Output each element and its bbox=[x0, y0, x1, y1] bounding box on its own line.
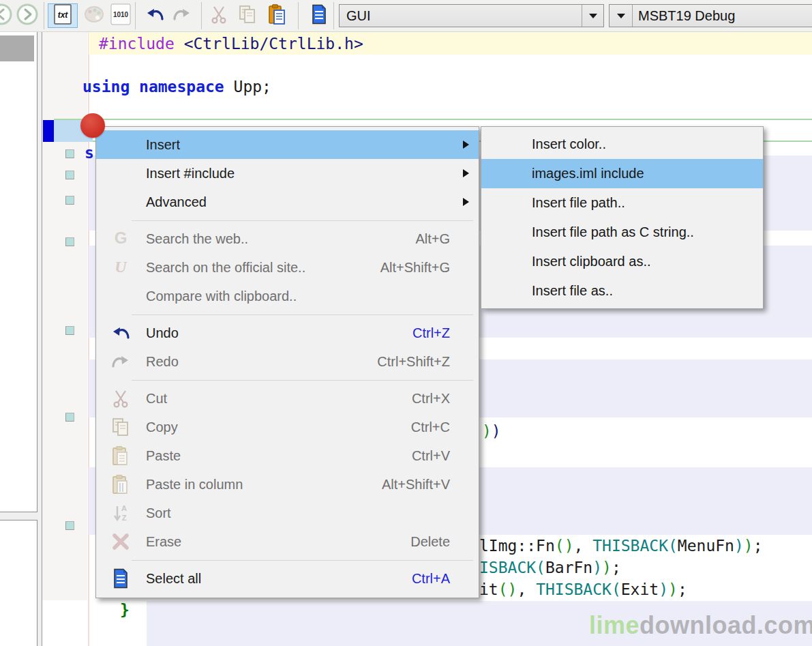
left-panel-splitter[interactable] bbox=[0, 512, 37, 520]
menu-item-label: Compare with clipboard.. bbox=[146, 289, 297, 304]
menu-item-label: Paste bbox=[146, 448, 181, 464]
menu-item-shortcut: Alt+Shift+G bbox=[380, 260, 450, 276]
submenu-arrow-icon bbox=[463, 198, 469, 206]
cursor-block bbox=[43, 120, 54, 142]
editor-gutter bbox=[42, 31, 87, 600]
google-icon: G bbox=[107, 230, 134, 248]
toolbar: txt1010 GUI MSBT19 Debug bbox=[0, 0, 812, 32]
gutter-marker-icon bbox=[65, 326, 74, 335]
context-menu: InsertInsert #includeAdvancedGSearch the… bbox=[95, 126, 479, 598]
svg-text:U: U bbox=[115, 259, 127, 276]
gutter-marker-icon bbox=[65, 521, 74, 530]
submenu-arrow-icon bbox=[463, 141, 469, 149]
chevron-down-icon bbox=[617, 14, 625, 18]
toolbar-separator bbox=[201, 2, 202, 29]
undo-icon bbox=[107, 325, 134, 341]
breakpoint-icon[interactable] bbox=[80, 113, 105, 138]
nav-forward-button bbox=[15, 3, 40, 28]
text-file-button[interactable]: txt bbox=[48, 3, 78, 28]
build-combo[interactable]: MSBT19 Debug bbox=[609, 4, 812, 27]
svg-text:A: A bbox=[121, 504, 127, 512]
chevron-down-icon bbox=[589, 14, 597, 18]
svg-text:1010: 1010 bbox=[113, 11, 129, 18]
submenu-item-images-iml-include[interactable]: images.iml include bbox=[481, 159, 763, 188]
copy-icon bbox=[238, 4, 257, 27]
submenu-item-insert-file-path-as-c-string[interactable]: Insert file path as C string.. bbox=[481, 218, 763, 247]
paste-icon bbox=[268, 4, 286, 27]
menu-item-shortcut: Ctrl+A bbox=[412, 571, 450, 587]
watermark: limedownload.com bbox=[589, 611, 812, 640]
binary-file-icon: 1010 bbox=[110, 3, 131, 28]
copy-icon bbox=[107, 417, 134, 437]
menu-item-shortcut: Ctrl+V bbox=[412, 448, 450, 464]
menu-item-label: Paste in column bbox=[146, 477, 243, 493]
submenu-item-insert-color[interactable]: Insert color.. bbox=[481, 130, 763, 159]
submenu-item-insert-clipboard-as[interactable]: Insert clipboard as.. bbox=[481, 247, 763, 276]
nav-forward-icon bbox=[16, 3, 39, 29]
menu-separator bbox=[132, 314, 473, 315]
package-combo-dropdown[interactable] bbox=[582, 5, 603, 27]
new-document-button[interactable] bbox=[307, 3, 331, 28]
svg-text:txt: txt bbox=[58, 10, 69, 20]
redo-icon bbox=[107, 353, 134, 370]
menu-item-label: Copy bbox=[146, 420, 178, 435]
code-line: using namespace Upp; bbox=[82, 78, 271, 96]
left-panel-selected-item[interactable] bbox=[0, 35, 34, 61]
menu-item-paste: PasteCtrl+V bbox=[96, 441, 479, 470]
watermark-suffix: download.com bbox=[640, 611, 812, 639]
package-combo[interactable]: GUI bbox=[339, 4, 604, 27]
nav-back-button bbox=[0, 3, 14, 28]
gutter-marker-icon bbox=[65, 149, 74, 158]
undo-icon bbox=[145, 6, 164, 25]
binary-file-button[interactable]: 1010 bbox=[108, 3, 134, 28]
gutter-marker-icon bbox=[65, 413, 74, 422]
menu-item-shortcut: Ctrl+Z bbox=[412, 325, 450, 341]
menu-item-label: Cut bbox=[146, 391, 167, 407]
selection-guide-line bbox=[54, 119, 812, 120]
toolbar-separator bbox=[298, 2, 299, 29]
menu-item-insert-include[interactable]: Insert #include bbox=[96, 159, 479, 188]
menu-item-label: Search on the official site.. bbox=[146, 260, 305, 276]
menu-item-label: Redo bbox=[146, 354, 179, 370]
menu-item-search-the-web: GSearch the web..Alt+G bbox=[96, 224, 479, 253]
code-line: )) bbox=[482, 422, 501, 440]
code-line: ISBACK(BarFn)); bbox=[479, 559, 621, 576]
menu-item-compare-with-clipboard: Compare with clipboard.. bbox=[96, 282, 479, 310]
paste-icon bbox=[107, 445, 134, 466]
menu-separator bbox=[132, 220, 473, 221]
submenu-item-insert-file-path[interactable]: Insert file path.. bbox=[481, 188, 763, 218]
menu-item-select-all[interactable]: Select allCtrl+A bbox=[96, 564, 479, 593]
menu-item-label: Insert bbox=[146, 137, 180, 153]
package-combo-value: GUI bbox=[340, 5, 582, 27]
toolbar-separator bbox=[44, 2, 44, 29]
toolbar-separator bbox=[333, 2, 334, 29]
svg-text:G: G bbox=[115, 230, 127, 247]
menu-item-label: Advanced bbox=[146, 194, 207, 210]
palette-button bbox=[82, 3, 106, 28]
paste-button[interactable] bbox=[263, 3, 290, 28]
menu-item-shortcut: Alt+Shift+V bbox=[382, 477, 450, 493]
menu-item-insert[interactable]: Insert bbox=[96, 130, 479, 159]
menu-item-shortcut: Ctrl+X bbox=[412, 391, 450, 407]
undo-button[interactable] bbox=[142, 3, 168, 28]
redo-icon bbox=[172, 6, 192, 25]
menu-item-undo[interactable]: UndoCtrl+Z bbox=[96, 319, 479, 347]
cut-button bbox=[207, 3, 231, 28]
build-combo-dropdown[interactable] bbox=[610, 5, 633, 27]
cut-icon bbox=[210, 5, 228, 27]
new-document-icon bbox=[311, 4, 327, 27]
vertical-splitter[interactable] bbox=[37, 31, 42, 646]
redo-button bbox=[169, 3, 195, 28]
sort-icon: AZ bbox=[107, 503, 134, 523]
upp-logo-icon: U bbox=[107, 259, 134, 276]
menu-item-label: Search the web.. bbox=[146, 231, 248, 247]
gutter-marker-icon bbox=[65, 196, 74, 205]
palette-icon bbox=[83, 4, 105, 27]
code-line: #include <CtrlLib/CtrlLib.h> bbox=[99, 35, 363, 53]
left-panel-bottom bbox=[0, 520, 37, 646]
code-line: lImg::Fn(), THISBACK(MenuFn)); bbox=[479, 537, 763, 555]
submenu-item-insert-file-as[interactable]: Insert file as.. bbox=[481, 276, 763, 306]
copy-button bbox=[235, 3, 260, 28]
code-line: } bbox=[120, 601, 130, 619]
menu-item-advanced[interactable]: Advanced bbox=[96, 188, 479, 216]
